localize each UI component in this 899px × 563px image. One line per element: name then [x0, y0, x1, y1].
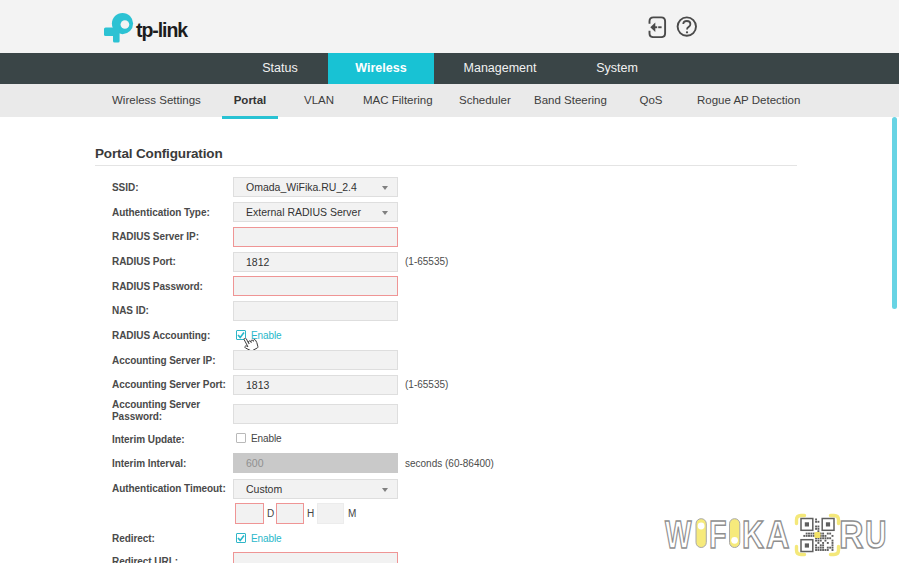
svg-text:A: A	[766, 513, 790, 556]
svg-text:K: K	[742, 513, 764, 556]
svg-text:U: U	[865, 513, 887, 556]
svg-text:W: W	[665, 513, 692, 556]
svg-text:R: R	[839, 513, 864, 556]
svg-text:F: F	[709, 513, 727, 556]
